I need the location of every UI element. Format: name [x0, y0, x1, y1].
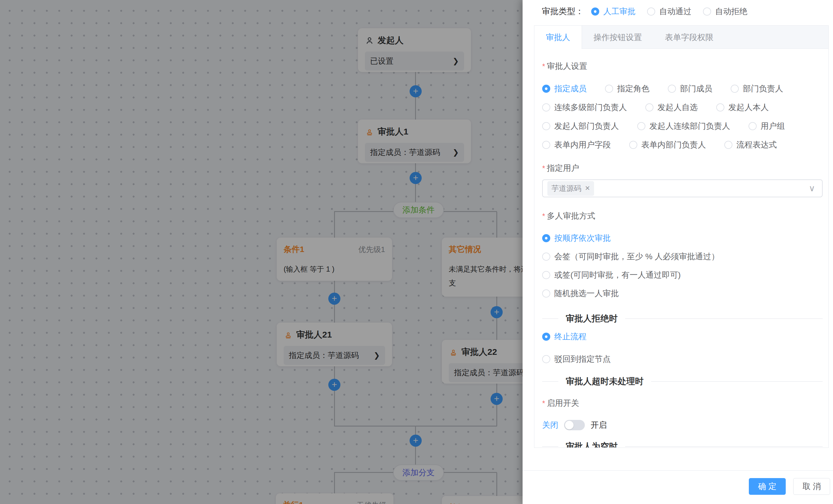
radio-countersign[interactable]: 会签（可同时审批，至少 % 人必须审批通过） — [542, 247, 823, 266]
radio-label: 连续多级部门负责人 — [554, 102, 627, 113]
radio-or-sign[interactable]: 或签(可同时审批，有一人通过即可) — [542, 266, 823, 284]
radio-circle — [542, 141, 550, 149]
divider-title: 审批人超时未处理时 — [566, 376, 644, 387]
switch-off-text: 关闭 — [542, 420, 558, 431]
radio-circle — [703, 7, 711, 16]
radio-label: 指定角色 — [617, 83, 649, 94]
tabs-header: 审批人 操作按钮设置 表单字段权限 — [534, 26, 828, 49]
timeout-section-divider: 审批人超时未处理时 — [542, 377, 823, 386]
radio-circle — [542, 103, 550, 111]
tab-approver[interactable]: 审批人 — [534, 26, 582, 49]
divider-line — [651, 381, 823, 382]
required-asterisk: * — [542, 164, 545, 173]
radio-label: 部门成员 — [680, 83, 712, 94]
radio-circle — [542, 289, 550, 298]
user-tag: 芋道源码 ✕ — [547, 181, 594, 196]
radio-row: 发起人部门负责人 发起人连续部门负责人 用户组 — [542, 117, 823, 135]
radio-random-one[interactable]: 随机挑选一人审批 — [542, 284, 823, 303]
enable-switch-label: * 启用开关 — [542, 398, 823, 409]
radio-sequential-approval[interactable]: 按顺序依次审批 — [542, 229, 823, 247]
radio-label: 发起人自选 — [658, 102, 698, 113]
radio-user-group[interactable]: 用户组 — [748, 121, 785, 132]
divider-title: 审批人拒绝时 — [566, 313, 618, 325]
radio-assign-member[interactable]: 指定成员 — [542, 83, 587, 94]
radio-form-dept-leader[interactable]: 表单内部门负责人 — [629, 140, 706, 150]
divider-line — [542, 381, 558, 382]
radio-assign-role[interactable]: 指定角色 — [605, 83, 649, 94]
radio-label: 指定成员 — [554, 83, 587, 94]
divider-line — [625, 319, 823, 319]
radio-label: 表单内部门负责人 — [641, 140, 706, 150]
divider-title: 审批人为空时 — [566, 440, 618, 448]
radio-auto-approve[interactable]: 自动通过 — [647, 6, 691, 17]
assigned-user-label: * 指定用户 — [542, 163, 823, 174]
switch-on-text: 开启 — [591, 420, 607, 431]
radio-circle — [731, 85, 739, 93]
tab-button-settings[interactable]: 操作按钮设置 — [582, 26, 653, 49]
radio-starter-self-select[interactable]: 发起人自选 — [645, 102, 698, 113]
radio-process-expression[interactable]: 流程表达式 — [724, 140, 777, 150]
radio-circle — [542, 355, 550, 363]
radio-dept-leader[interactable]: 部门负责人 — [731, 83, 783, 94]
radio-manual-approval[interactable]: 人工审批 — [591, 6, 636, 17]
divider-line — [542, 446, 558, 447]
approval-type-row: 审批类型： 人工审批 自动通过 自动拒绝 — [542, 6, 747, 17]
reject-options: 终止流程 驳回到指定节点 — [542, 327, 823, 368]
empty-approver-divider: 审批人为空时 — [542, 442, 823, 448]
radio-label: 表单内用户字段 — [554, 140, 611, 150]
radio-label: 会签（可同时审批，至少 % 人必须审批通过） — [554, 251, 719, 262]
workflow-designer: 发起人 已设置 ❯ + 审批人1 指定成员：芋道源码 ❯ + — [0, 0, 833, 504]
radio-row: 指定成员 指定角色 部门成员 部门负责人 — [542, 79, 823, 98]
field-label-text: 多人审批方式 — [547, 210, 595, 222]
toggle-knob — [565, 421, 574, 429]
radio-label: 按顺序依次审批 — [554, 233, 611, 244]
tab-form-field-permissions[interactable]: 表单字段权限 — [653, 26, 725, 49]
divider-line — [625, 446, 823, 447]
assigned-user-select[interactable]: 芋道源码 ✕ ∨ — [542, 179, 823, 197]
required-asterisk: * — [542, 399, 545, 408]
radio-circle — [716, 103, 724, 111]
confirm-button[interactable]: 确 定 — [749, 478, 786, 495]
user-tag-text: 芋道源码 — [551, 183, 581, 194]
radio-dept-member[interactable]: 部门成员 — [668, 83, 712, 94]
cancel-button[interactable]: 取 消 — [793, 478, 830, 495]
radio-row: 表单内用户字段 表单内部门负责人 流程表达式 — [542, 135, 823, 154]
enable-toggle[interactable] — [564, 420, 585, 430]
radio-label: 部门负责人 — [743, 83, 783, 94]
radio-form-user-field[interactable]: 表单内用户字段 — [542, 140, 611, 150]
approval-type-label: 审批类型： — [542, 6, 584, 17]
radio-auto-reject[interactable]: 自动拒绝 — [703, 6, 747, 17]
chevron-down-icon: ∨ — [809, 185, 815, 191]
multi-approve-options: 按顺序依次审批 会签（可同时审批，至少 % 人必须审批通过） 或签(可同时审批，… — [542, 229, 823, 303]
divider-line — [542, 319, 558, 319]
radio-label: 终止流程 — [554, 331, 587, 342]
radio-circle — [645, 103, 653, 111]
radio-circle — [542, 85, 550, 93]
field-label-text: 审批人设置 — [547, 61, 587, 72]
approver-setting-options: 指定成员 指定角色 部门成员 部门负责人 连续多级部门负责人 发起人自选 发起人… — [542, 79, 823, 154]
radio-circle — [647, 7, 655, 16]
radio-label: 人工审批 — [603, 6, 636, 17]
radio-label: 发起人部门负责人 — [554, 121, 619, 132]
tab-approver-content: * 审批人设置 指定成员 指定角色 部门成员 部门负责人 连续多级部门负责人 发… — [534, 49, 828, 448]
field-label-text: 启用开关 — [547, 398, 579, 409]
radio-starter-consecutive-dept-leader[interactable]: 发起人连续部门负责人 — [637, 121, 730, 132]
radio-circle — [542, 333, 550, 341]
close-icon[interactable]: ✕ — [585, 184, 590, 192]
radio-circle — [542, 234, 550, 242]
radio-terminate-process[interactable]: 终止流程 — [542, 327, 823, 346]
radio-multi-level-dept-leader[interactable]: 连续多级部门负责人 — [542, 102, 627, 113]
radio-circle — [748, 122, 757, 130]
radio-circle — [605, 85, 613, 93]
field-label-text: 指定用户 — [547, 163, 579, 174]
radio-starter-self[interactable]: 发起人本人 — [716, 102, 769, 113]
radio-return-to-node[interactable]: 驳回到指定节点 — [542, 350, 823, 368]
radio-label: 自动拒绝 — [715, 6, 747, 17]
required-asterisk: * — [542, 212, 545, 221]
radio-label: 自动通过 — [659, 6, 691, 17]
radio-starter-dept-leader[interactable]: 发起人部门负责人 — [542, 121, 619, 132]
radio-circle — [591, 7, 599, 16]
radio-label: 驳回到指定节点 — [554, 354, 611, 364]
radio-label: 流程表达式 — [736, 140, 777, 150]
reject-section-divider: 审批人拒绝时 — [542, 314, 823, 323]
